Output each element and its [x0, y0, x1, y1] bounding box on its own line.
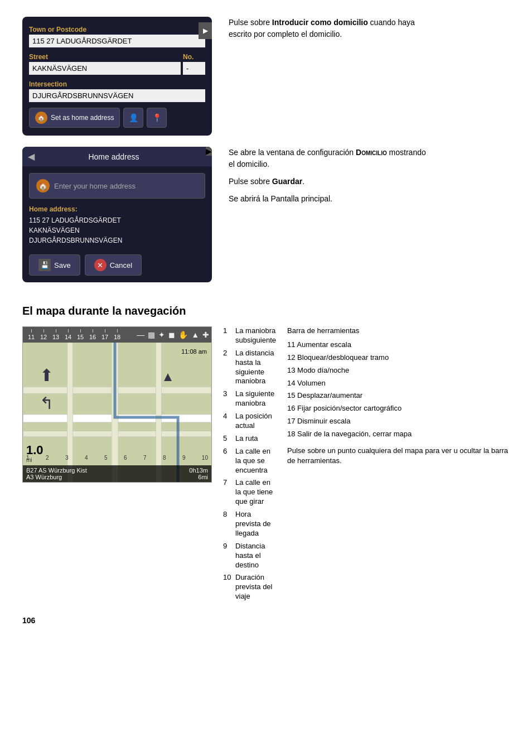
toolbar-num-18: 18 [111, 329, 123, 340]
road2-name: A3 Würzburg [26, 474, 62, 480]
cancel-label: Cancel [110, 261, 132, 269]
town-value[interactable]: 115 27 LADUGÅRDSGÄRDET [29, 35, 205, 47]
toolbar-num-16: 16 [86, 329, 99, 340]
right-item: 14 Volumen [287, 379, 510, 388]
house-icon: 🏠 [36, 179, 50, 192]
toolbar-num-14: 14 [62, 329, 74, 340]
street-row: Street KAKNÄSVÄGEN No. - [29, 50, 205, 77]
flag-btn[interactable]: 📍 [147, 108, 167, 128]
svg-text:▲: ▲ [161, 369, 175, 384]
numbered-list: 1La maniobra subsiguiente 2La distancia … [223, 326, 276, 605]
map-time: 11:08 am [181, 348, 207, 355]
address-line2: KAKNÄSVÄGEN [29, 227, 80, 234]
back-arrow[interactable]: ◀ [28, 151, 35, 162]
list-item: 10Duración prevista del viaje [223, 573, 276, 601]
pulse-guardar-before: Pulse sobre [229, 177, 272, 186]
list-item: 7La calle en la que tiene que girar [223, 478, 276, 507]
screen2-title: Home address [88, 152, 139, 161]
toolbar-icon-plus[interactable]: ✚ [202, 330, 209, 339]
page-content: ▶ Town or Postcode 115 27 LADUGÅRDSGÄRDE… [22, 17, 510, 625]
description-2: Se abre la ventana de configuración Domi… [229, 147, 429, 210]
list-item: 9Distancia hasta el destino [223, 542, 276, 570]
desc1-bold: Introducir como domicilio [272, 18, 368, 27]
right-item: 11 Aumentar escala [287, 340, 510, 350]
road1-name: B27 AS Würzburg Kist [26, 467, 87, 474]
map-svg: ⬆ ↰ ▲ [23, 343, 211, 482]
map-section: 11 12 13 14 15 16 17 18 — ▦ ✦ ◼ ✋ ▲ ✚ [22, 326, 510, 605]
cancel-button[interactable]: ✕ Cancel [85, 254, 142, 276]
page-number: 106 [22, 616, 510, 625]
set-home-btn[interactable]: 🏠 Set as home address [29, 108, 120, 128]
desc2-before: Se abre la ventana de configuración [229, 148, 356, 157]
bn-6: 6 [124, 455, 127, 461]
address-line3: DJURGÅRDSBRUNNSVÄGEN [29, 237, 122, 244]
nav-screen-2: ▶ ◀ Home address 🏠 Enter your home addre… [22, 147, 212, 282]
bn-10: 10 [202, 455, 208, 461]
right-item: 17 Disminuir escala [287, 417, 510, 426]
pulse-guardar-bold: Guardar [272, 177, 302, 186]
home-input-field[interactable]: 🏠 Enter your home address [29, 173, 205, 199]
list-item: 6La calle en la que se encuentra [223, 447, 276, 475]
address-line1: 115 27 LADUGÅRDSGÄRDET [29, 216, 121, 224]
toolbar-icon-stop[interactable]: ◼ [168, 330, 175, 339]
contact-btn[interactable]: 👤 [123, 108, 143, 128]
intersection-value[interactable]: DJURGÅRDSBRUNNSVÄGEN [29, 89, 205, 102]
svg-rect-3 [67, 343, 73, 482]
toolbar-icon-arrow-up[interactable]: ▲ [191, 330, 199, 339]
road-info-row2: A3 Würzburg 6mi [26, 474, 208, 480]
toolbar-icon-zoom-out[interactable]: — [137, 330, 144, 339]
map-bottom-numbers: 1 2 3 4 5 6 7 8 9 10 [23, 455, 211, 461]
list-item: 8Hora prevista de llegada [223, 510, 276, 538]
map-eta: 0h13m [189, 467, 208, 474]
bn-5: 5 [104, 455, 108, 461]
bn-9: 9 [182, 455, 186, 461]
set-home-label: Set as home address [51, 114, 114, 122]
right-ul: 11 Aumentar escala 12 Bloquear/desbloque… [287, 340, 510, 439]
map-toolbar: 11 12 13 14 15 16 17 18 — ▦ ✦ ◼ ✋ ▲ ✚ [23, 327, 211, 343]
toolbar-num-15: 15 [74, 329, 86, 340]
svg-text:↰: ↰ [40, 394, 54, 412]
screen2-body: 🏠 Enter your home address Home address: … [22, 166, 212, 282]
save-button[interactable]: 💾 Save [29, 254, 80, 276]
toolbar-num-12: 12 [37, 329, 50, 340]
action-bar-1: 🏠 Set as home address 👤 📍 [29, 108, 205, 128]
list-item: 5La ruta [223, 434, 276, 444]
toolbar-icons: — ▦ ✦ ◼ ✋ ▲ ✚ [137, 330, 209, 339]
toolbar-icon-sun[interactable]: ✦ [158, 330, 165, 339]
intersection-label: Intersection [29, 80, 205, 88]
pantalla-text: Se abrirá la Pantalla principal. [229, 194, 332, 203]
svg-rect-5 [156, 343, 161, 482]
screenshot-row-2: ▶ ◀ Home address 🏠 Enter your home addre… [22, 147, 510, 282]
top-arrow-2[interactable]: ▶ [206, 147, 212, 156]
no-label: No. [183, 53, 205, 61]
top-arrow-1[interactable]: ▶ [199, 22, 212, 39]
toolbar-icon-hatching[interactable]: ▦ [148, 330, 155, 339]
home-placeholder: Enter your home address [54, 182, 136, 190]
bn-2: 2 [46, 455, 49, 461]
numbered-ol: 1La maniobra subsiguiente 2La distancia … [223, 326, 276, 601]
map-container[interactable]: 11 12 13 14 15 16 17 18 — ▦ ✦ ◼ ✋ ▲ ✚ [22, 326, 212, 483]
no-value[interactable]: - [183, 62, 205, 75]
bn-4: 4 [85, 455, 88, 461]
bn-1: 1 [26, 455, 30, 461]
description-1: Pulse sobre Introducir como domicilio cu… [229, 17, 429, 46]
road-info-row1: B27 AS Würzburg Kist 0h13m [26, 467, 208, 474]
pulse-guardar-after: . [302, 177, 304, 186]
right-item: 13 Modo día/noche [287, 366, 510, 375]
street-col: Street KAKNÄSVÄGEN [29, 50, 181, 77]
toolbar-icon-hand[interactable]: ✋ [178, 330, 188, 339]
right-item: 16 Fijar posición/sector cartográfico [287, 404, 510, 413]
street-value[interactable]: KAKNÄSVÄGEN [29, 62, 181, 75]
save-label: Save [54, 261, 71, 269]
home-icon: 🏠 [35, 112, 47, 124]
right-list: Barra de herramientas 11 Aumentar escala… [287, 326, 510, 605]
toolbar-num-17: 17 [99, 329, 111, 340]
list-item: 2La distancia hasta la siguiente maniobr… [223, 349, 276, 387]
save-icon: 💾 [38, 259, 51, 271]
cancel-icon: ✕ [94, 259, 107, 271]
screen2-header: ◀ Home address [22, 147, 212, 166]
desc1-before: Pulse sobre [229, 18, 272, 27]
toolbar-numbers: 11 12 13 14 15 16 17 18 [25, 329, 134, 340]
desc2-bold: Domicilio [356, 148, 387, 157]
screenshot-row-1: ▶ Town or Postcode 115 27 LADUGÅRDSGÄRDE… [22, 17, 510, 136]
